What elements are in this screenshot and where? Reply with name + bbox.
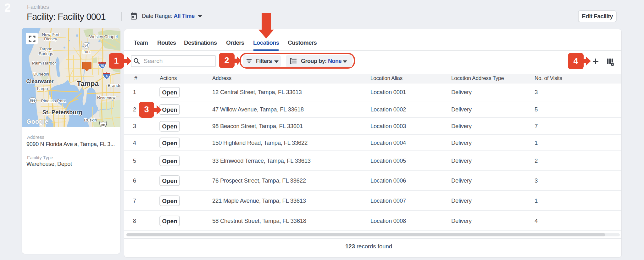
svg-text:699: 699 xyxy=(30,99,36,102)
svg-text:4: 4 xyxy=(106,74,108,78)
svg-text:St. Petersburg: St. Petersburg xyxy=(42,109,82,116)
svg-text:Brandon: Brandon xyxy=(108,83,120,88)
svg-text:Google: Google xyxy=(26,118,48,125)
svg-text:Dunedin: Dunedin xyxy=(33,72,49,76)
svg-text:Richey: Richey xyxy=(44,37,57,41)
svg-text:54: 54 xyxy=(84,43,88,47)
svg-text:Springs: Springs xyxy=(39,51,53,56)
svg-text:Ruskin: Ruskin xyxy=(84,118,97,122)
svg-text:Tampa: Tampa xyxy=(77,80,99,88)
svg-text:301: 301 xyxy=(101,123,106,127)
svg-text:Lutz: Lutz xyxy=(82,49,91,54)
svg-text:Wesley Chapel: Wesley Chapel xyxy=(89,34,118,39)
svg-text:75: 75 xyxy=(100,64,104,68)
svg-text:Tarpon: Tarpon xyxy=(39,47,52,51)
svg-text:Palm Harbor: Palm Harbor xyxy=(32,61,56,65)
svg-text:Pinellas Park: Pinellas Park xyxy=(41,99,66,103)
svg-text:Largo: Largo xyxy=(37,86,48,91)
svg-text:Clearwater: Clearwater xyxy=(26,78,54,84)
svg-text:Riverview: Riverview xyxy=(97,95,116,100)
svg-text:New Port: New Port xyxy=(42,32,59,37)
